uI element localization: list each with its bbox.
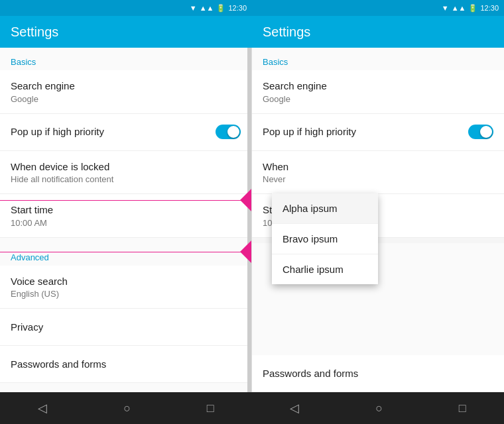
search-engine-text-left: Search engine Google bbox=[11, 80, 241, 104]
app-bar-right: Settings bbox=[252, 16, 504, 48]
basics-section-header-right: Basics bbox=[252, 48, 504, 70]
right-panel: Basics Search engine Google Pop up if hi… bbox=[252, 48, 504, 392]
passwords-text-right: Passwords and forms bbox=[263, 367, 493, 380]
status-bar: ▼ ▲▲ 🔋 12:30 ▼ ▲▲ 🔋 12:30 bbox=[0, 0, 504, 16]
advanced-label-left: Advanced bbox=[11, 252, 49, 262]
back-button-right[interactable]: ◁ bbox=[290, 401, 299, 415]
status-bar-right: ▼ ▲▲ 🔋 12:30 bbox=[252, 0, 504, 16]
basics-label-left: Basics bbox=[11, 57, 36, 67]
search-engine-title-right: Search engine bbox=[263, 80, 493, 93]
dropdown-item-bravo[interactable]: Bravo ipsum bbox=[272, 224, 378, 254]
when-text-right: When Never bbox=[263, 160, 493, 185]
search-engine-item-left[interactable]: Search engine Google bbox=[0, 70, 251, 114]
locked-title-left: When device is locked bbox=[11, 160, 241, 174]
recent-button-left[interactable]: □ bbox=[207, 401, 214, 415]
popup-item-right[interactable]: Pop up if high priority bbox=[252, 114, 504, 151]
wifi-icon-right: ▼ bbox=[442, 4, 449, 12]
content-area: Basics Search engine Google Pop up if hi… bbox=[0, 48, 504, 392]
dropdown-item-alpha[interactable]: Alpha ipsum bbox=[272, 193, 378, 224]
locked-subtitle-left: Hide all notification content bbox=[11, 174, 241, 184]
app-title-left: Settings bbox=[11, 25, 58, 40]
popup-text-left: Pop up if high priority bbox=[11, 125, 216, 138]
passwords-item-left[interactable]: Passwords and forms bbox=[0, 346, 251, 383]
passwords-item-right[interactable]: Passwords and forms bbox=[252, 355, 504, 392]
left-panel: Basics Search engine Google Pop up if hi… bbox=[0, 48, 252, 392]
voice-search-title-left: Voice search bbox=[11, 275, 241, 288]
search-engine-subtitle-right: Google bbox=[263, 94, 493, 104]
dropdown-menu[interactable]: Alpha ipsum Bravo ipsum Charlie ipsum bbox=[272, 193, 378, 284]
locked-text-left: When device is locked Hide all notificat… bbox=[11, 160, 241, 185]
popup-title-left: Pop up if high priority bbox=[11, 125, 216, 138]
app-bar-left: Settings bbox=[0, 16, 252, 48]
passwords-title-left: Passwords and forms bbox=[11, 358, 241, 371]
voice-search-item-left[interactable]: Voice search English (US) bbox=[0, 266, 251, 309]
when-subtitle-right: Never bbox=[263, 174, 493, 184]
battery-icon-right: 🔋 bbox=[468, 4, 477, 13]
status-time-left: 12:30 bbox=[228, 4, 247, 12]
privacy-item-left[interactable]: Privacy bbox=[0, 309, 251, 346]
passwords-area-right: Passwords and forms bbox=[252, 355, 504, 392]
status-time-right: 12:30 bbox=[480, 4, 499, 12]
battery-icon: 🔋 bbox=[216, 4, 225, 13]
signal-icon: ▲▲ bbox=[200, 4, 214, 12]
search-engine-text-right: Search engine Google bbox=[263, 80, 493, 104]
wifi-icon: ▼ bbox=[190, 4, 197, 12]
home-button-left[interactable]: ○ bbox=[123, 401, 131, 415]
voice-search-text-left: Voice search English (US) bbox=[11, 275, 241, 299]
recent-button-right[interactable]: □ bbox=[459, 401, 466, 415]
popup-title-right: Pop up if high priority bbox=[263, 125, 468, 138]
passwords-text-left: Passwords and forms bbox=[11, 358, 241, 371]
app-bar: Settings Settings bbox=[0, 16, 504, 48]
home-button-right[interactable]: ○ bbox=[375, 401, 383, 415]
basics-section-header-left: Basics bbox=[0, 48, 251, 70]
popup-text-right: Pop up if high priority bbox=[263, 125, 468, 138]
popup-toggle-right[interactable] bbox=[468, 125, 493, 139]
separator-line-bottom bbox=[0, 252, 251, 252]
search-engine-subtitle-left: Google bbox=[11, 94, 241, 104]
passwords-title-right: Passwords and forms bbox=[263, 367, 493, 380]
basics-label-right: Basics bbox=[263, 57, 288, 67]
app-title-right: Settings bbox=[263, 25, 310, 40]
toggle-thumb-left bbox=[227, 126, 239, 138]
search-engine-title-left: Search engine bbox=[11, 80, 241, 93]
separator-line-top bbox=[0, 200, 251, 201]
start-time-title-left: Start time bbox=[11, 203, 241, 217]
nav-bar-left: ◁ ○ □ bbox=[0, 392, 252, 424]
popup-toggle-left[interactable] bbox=[216, 125, 241, 139]
dropdown-item-charlie[interactable]: Charlie ipsum bbox=[272, 254, 378, 284]
when-item-right[interactable]: When Never bbox=[252, 151, 504, 195]
popup-item-left[interactable]: Pop up if high priority bbox=[0, 114, 251, 151]
back-button-left[interactable]: ◁ bbox=[38, 401, 47, 415]
nav-bar: ◁ ○ □ ◁ ○ □ bbox=[0, 392, 504, 424]
toggle-thumb-right bbox=[480, 126, 492, 138]
gray-bar bbox=[247, 48, 251, 392]
advanced-section-header-left: Advanced bbox=[0, 243, 251, 266]
privacy-text-left: Privacy bbox=[11, 321, 241, 334]
when-title-right: When bbox=[263, 160, 493, 174]
locked-item-left[interactable]: When device is locked Hide all notificat… bbox=[0, 151, 251, 195]
nav-bar-right: ◁ ○ □ bbox=[252, 392, 504, 424]
privacy-title-left: Privacy bbox=[11, 321, 241, 334]
voice-search-subtitle-left: English (US) bbox=[11, 289, 241, 299]
start-time-subtitle-left: 10:00 AM bbox=[11, 218, 241, 228]
status-bar-left: ▼ ▲▲ 🔋 12:30 bbox=[0, 0, 252, 16]
signal-icon-right: ▲▲ bbox=[452, 4, 466, 12]
search-engine-item-right[interactable]: Search engine Google bbox=[252, 70, 504, 114]
start-time-text-left: Start time 10:00 AM bbox=[11, 203, 241, 228]
